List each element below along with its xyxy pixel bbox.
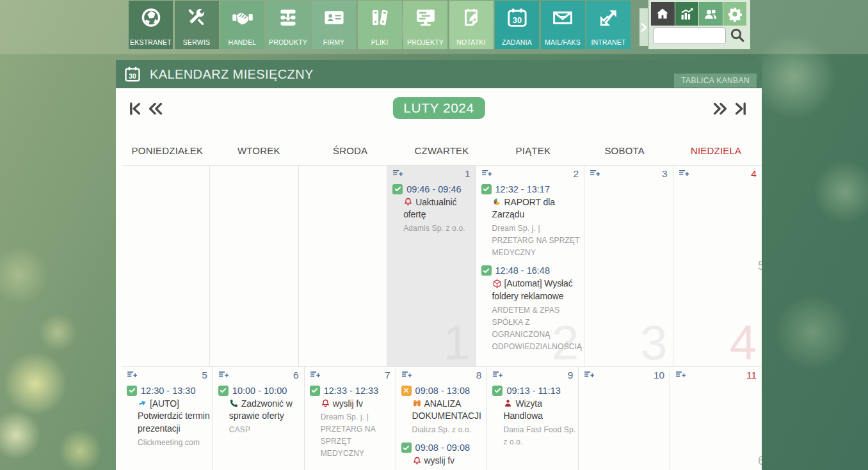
calendar-event[interactable]: 09:46 - 09:46 Uaktualnić ofertę Adamis S… [392,184,473,235]
event-company: Adamis Sp. z o.o. [403,223,473,235]
calendar-event[interactable]: 09:08 - 13:08 ANALIZA DOKUMENTACJI Diali… [401,386,485,437]
previous-month-button[interactable] [147,100,164,117]
person-icon [503,398,513,408]
day-number: 11 [746,370,757,380]
app-tile-firmy[interactable]: FIRMY [312,1,356,49]
event-time-row: 09:46 - 09:46 [392,184,473,194]
month-nav-left [126,100,164,117]
day-cell-8[interactable]: 8 8 09:08 - 13:08 ANALIZA DOKUMENTACJI D… [396,367,488,470]
app-tile-intranet[interactable]: INTRANET [586,1,631,49]
day-cell-4[interactable]: 4 4 [673,166,762,366]
add-event-button[interactable] [589,169,600,178]
svg-text:30: 30 [129,73,136,80]
add-event-button[interactable] [678,169,689,178]
event-time: 12:32 - 13:17 [495,184,550,194]
app-tile-label: NOTATKI [449,38,494,46]
quick-tile-settings[interactable] [723,2,747,26]
add-event-icon [481,169,492,178]
event-company: Dream Sp. j. | PRZETARG NA SPRZĘT MEDYCZ… [321,411,394,460]
add-event-button[interactable] [401,370,412,380]
day-number-watermark: 1 [443,320,470,365]
day-cell-5[interactable]: 5 5 12:30 - 13:30 [AUTO] Potwierdzić ter… [122,367,213,470]
app-tile-ekstranet[interactable]: EKSTRANET [129,1,173,49]
app-tile-produkty[interactable]: PRODUKTY [266,1,310,49]
app-tile-projekty[interactable]: PROJEKTY [403,1,447,49]
app-tile-zadania[interactable]: 30ZADANIA [495,1,539,49]
day-cell-3[interactable]: 3 3 [584,166,673,366]
status-done-checkbox[interactable] [481,184,492,194]
check-icon [403,444,410,451]
first-page-icon [126,100,143,117]
event-time: 12:30 - 13:30 [141,386,195,396]
day-events [579,380,670,386]
event-time-row: 12:30 - 13:30 [127,386,211,396]
status-done-checkbox[interactable] [127,386,137,396]
calendar-30-icon: 30 [124,65,141,86]
app-tile-pliki[interactable]: PLIKI [358,1,402,49]
event-company: Dania Fast Food Sp. z o.o. [503,424,576,448]
status-done-checkbox[interactable] [310,386,320,396]
add-event-button[interactable] [583,370,594,380]
binoculars-icon [412,398,422,408]
day-cell-empty[interactable] [122,166,210,366]
app-tile-serwis[interactable]: SERWIS [175,1,219,49]
event-time-row: 10:00 - 10:00 [218,386,302,396]
add-event-button[interactable] [218,370,229,380]
day-number: 1 [465,169,470,179]
add-event-button[interactable] [492,370,502,380]
add-event-button[interactable] [309,370,320,380]
app-tile-label: HANDEL [220,38,264,46]
day-cell-6[interactable]: 6 6 10:00 - 10:00 Zadzwonić w sprawie of… [213,367,305,470]
add-event-button[interactable] [126,370,137,380]
app-tile-mail-faks[interactable]: MAIL/FAKS [541,1,585,49]
handshake-icon [231,6,253,29]
calendar-event[interactable]: 09:13 - 11:13 Wizyta Handlowa Dania Fast… [492,386,576,449]
add-event-button[interactable] [675,370,686,380]
day-number: 8 [476,370,482,380]
status-done-checkbox[interactable] [401,443,412,453]
status-done-checkbox[interactable] [392,184,403,194]
bell-icon [412,456,422,466]
global-search-input[interactable] [653,27,726,44]
toolbar-expand-button[interactable] [639,8,648,46]
status-cancelled-checkbox[interactable] [401,386,412,396]
add-event-button[interactable] [392,169,403,178]
day-cell-empty[interactable] [299,166,387,366]
day-cell-2[interactable]: 2 2 12:32 - 13:17 RAPORT dla Zarządu Dre… [476,166,585,366]
status-done-checkbox[interactable] [218,386,229,396]
first-month-button[interactable] [126,100,143,117]
app-tile-notatki[interactable]: NOTATKI [449,1,494,49]
day-cell-empty[interactable] [210,166,298,366]
day-cell-7[interactable]: 7 7 12:33 - 12:33 wyslij fv Dream Sp. j.… [305,367,396,470]
quick-tile-users[interactable] [699,2,723,26]
calendar-event[interactable]: 09:08 - 09:08 wyslij fv [401,443,485,467]
next-month-button[interactable] [712,100,728,117]
search-button[interactable] [728,27,747,45]
day-number: 5 [202,370,207,380]
home-icon [655,6,670,22]
app-tile-handel[interactable]: HANDEL [220,1,264,49]
app-tile-label: INTRANET [586,38,631,46]
event-title: Zadzwonić w sprawie oferty [229,398,302,423]
add-event-button[interactable] [481,169,492,178]
event-time: 09:08 - 09:08 [415,443,470,453]
calendar-event[interactable]: 12:48 - 16:48 [Automat] Wysłać foldery r… [481,265,583,353]
status-done-checkbox[interactable] [481,265,492,276]
day-number: 10 [654,370,664,380]
calendar-event[interactable]: 10:00 - 10:00 Zadzwonić w sprawie oferty… [218,386,302,437]
status-done-checkbox[interactable] [492,386,502,396]
day-cell-10[interactable]: 10 10 [579,367,670,470]
kanban-board-button[interactable]: TABLICA KANBAN [674,74,757,88]
day-cell-9[interactable]: 9 9 09:13 - 11:13 Wizyta Handlowa Dania … [487,367,579,470]
event-time: 12:48 - 16:48 [495,265,550,276]
day-cell-11[interactable]: 11 11 [670,367,762,470]
calendar-event[interactable]: 12:32 - 13:17 RAPORT dla Zarządu Dream S… [481,184,583,260]
day-cell-1[interactable]: 1 1 09:46 - 09:46 Uaktualnić ofertę Adam… [387,166,476,366]
quick-tile-statistics[interactable] [675,2,699,26]
day-events: 10:00 - 10:00 Zadzwonić w sprawie oferty… [213,380,304,437]
quick-tile-home[interactable] [651,2,675,26]
calendar-event[interactable]: 12:33 - 12:33 wyslij fv Dream Sp. j. | P… [310,386,394,460]
calendar-event[interactable]: 12:30 - 13:30 [AUTO] Potwierdzić termin … [127,386,211,450]
last-month-button[interactable] [733,100,750,117]
day-number-watermark: 4 [730,320,757,365]
